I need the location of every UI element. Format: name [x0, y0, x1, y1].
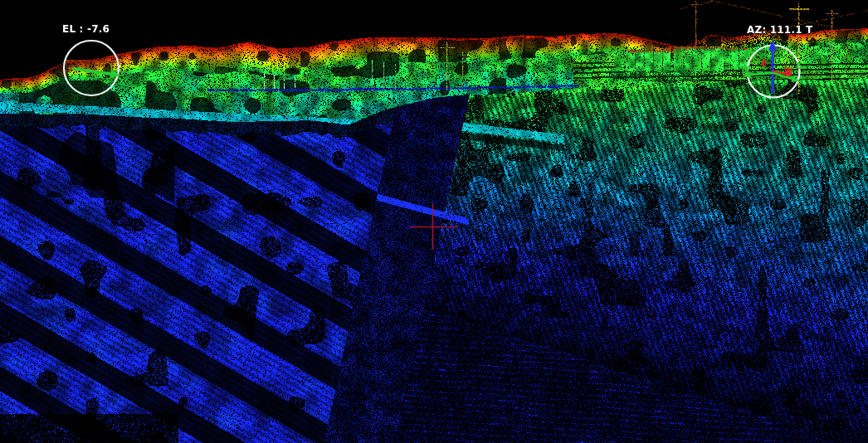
point-cloud-canvas[interactable]	[0, 0, 868, 443]
azimuth-readout: AZ: 111.1 T	[747, 24, 813, 36]
elevation-readout: EL : -7.6	[62, 23, 110, 35]
pointcloud-viewport[interactable]: N S E W EL : -7.6 AZ: 111.1 T	[0, 0, 868, 443]
